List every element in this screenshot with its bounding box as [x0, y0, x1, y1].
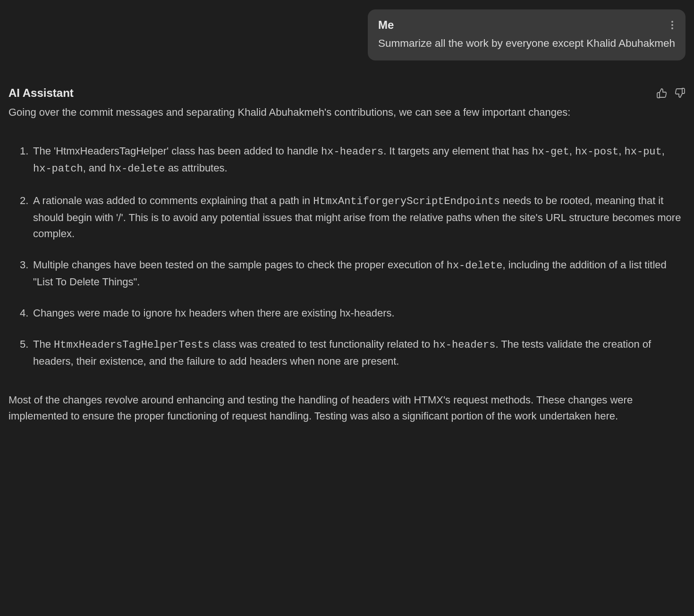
code-snippet: hx-delete: [109, 163, 165, 175]
list-item: Changes were made to ignore hx headers w…: [20, 305, 686, 321]
list-item-text: . It targets any element that has: [383, 145, 532, 157]
list-item: A rationale was added to comments explai…: [20, 193, 686, 242]
list-item-text: The: [33, 338, 54, 350]
user-message-header: Me: [378, 16, 675, 34]
list-item-text: and: [89, 162, 109, 174]
list-item-text: The 'HtmxHeadersTagHelper' class has bee…: [33, 145, 321, 157]
assistant-response-list: The 'HtmxHeadersTagHelper' class has bee…: [8, 143, 686, 369]
list-item-text: as attributes.: [165, 162, 228, 174]
code-snippet: hx-patch: [33, 163, 83, 175]
assistant-summary-text: Most of the changes revolve around enhan…: [8, 392, 686, 424]
list-item-text: Changes were made to ignore hx headers w…: [33, 307, 395, 319]
assistant-name-label: AI Assistant: [8, 84, 74, 102]
list-item: The HtmxHeadersTagHelperTests class was …: [20, 336, 686, 369]
code-snippet: hx-delete: [447, 260, 503, 272]
assistant-intro-text: Going over the commit messages and separ…: [8, 104, 686, 120]
list-item-text: ,: [83, 162, 89, 174]
code-snippet: hx-post: [575, 146, 618, 158]
feedback-icons: [656, 87, 686, 99]
list-item-text: A rationale was added to comments explai…: [33, 195, 313, 206]
user-message-bubble: Me Summarize all the work by everyone ex…: [368, 9, 686, 60]
code-snippet: hx-headers: [433, 339, 495, 351]
user-message-container: Me Summarize all the work by everyone ex…: [8, 9, 686, 60]
list-item-text: ,: [569, 145, 575, 157]
list-item-text: Multiple changes have been tested on the…: [33, 259, 447, 271]
code-snippet: HtmxAntiforgeryScriptEndpoints: [313, 196, 500, 207]
list-item: The 'HtmxHeadersTagHelper' class has bee…: [20, 143, 686, 177]
code-snippet: hx-headers: [321, 146, 383, 158]
thumbs-down-icon[interactable]: [674, 87, 686, 99]
code-snippet: HtmxHeadersTagHelperTests: [54, 339, 210, 351]
list-item-text: class was created to test functionality …: [210, 338, 433, 350]
list-item-text: ,: [618, 145, 624, 157]
user-message-text: Summarize all the work by everyone excep…: [378, 35, 675, 52]
list-item: Multiple changes have been tested on the…: [20, 257, 686, 290]
thumbs-up-icon[interactable]: [656, 87, 668, 99]
code-snippet: hx-put: [625, 146, 662, 158]
assistant-header: AI Assistant: [8, 84, 686, 102]
user-name-label: Me: [378, 16, 394, 34]
list-item-text: ,: [662, 145, 665, 157]
more-options-icon[interactable]: [669, 19, 675, 31]
code-snippet: hx-get: [532, 146, 569, 158]
